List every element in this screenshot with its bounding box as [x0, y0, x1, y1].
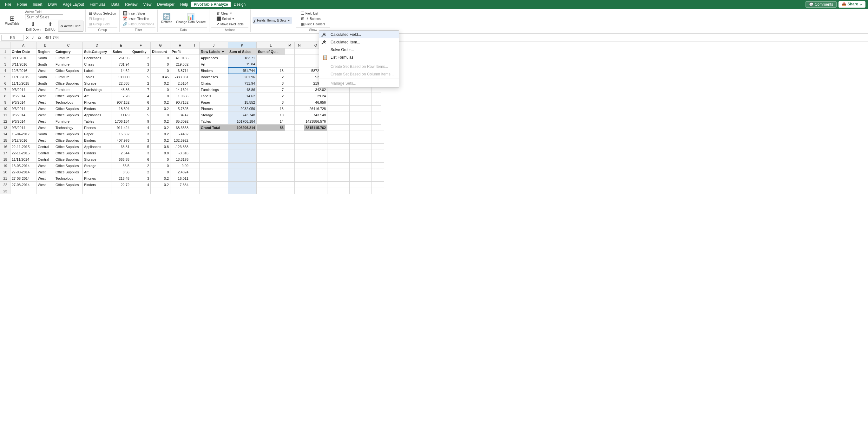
pivot-row-label[interactable]: Tables — [199, 118, 228, 125]
pivot-row-label[interactable]: Storage — [199, 112, 228, 118]
pivottable-button[interactable]: ⊞ PivotTable — [3, 14, 21, 26]
cell-f5[interactable]: 5 — [131, 74, 151, 80]
cell-h1[interactable]: Profit — [170, 48, 190, 55]
cell-g19[interactable]: 0 — [151, 163, 170, 169]
cell-f8[interactable]: 4 — [131, 93, 151, 99]
cell-i19[interactable] — [190, 163, 199, 169]
cell-n11[interactable] — [295, 112, 304, 118]
insert-timeline-button[interactable]: 📅 Insert Timeline — [122, 16, 155, 21]
cell-o9[interactable]: 46.656 — [304, 99, 328, 105]
cell-f18[interactable]: 6 — [131, 156, 151, 163]
cell-r14[interactable] — [381, 131, 384, 137]
cell-h8[interactable]: 1.9656 — [170, 93, 190, 99]
cell-i10[interactable] — [190, 105, 199, 112]
cell-r23[interactable] — [381, 188, 384, 194]
cell-extra5-16[interactable] — [304, 143, 328, 150]
cell-extra2-23[interactable] — [257, 188, 285, 194]
cell-b13[interactable]: West — [36, 125, 54, 131]
cell-m3[interactable] — [285, 61, 295, 67]
cell-q9[interactable] — [350, 99, 372, 105]
cell-f9[interactable]: 6 — [131, 99, 151, 105]
cell-q16[interactable] — [372, 143, 381, 150]
cell-i14[interactable] — [190, 131, 199, 137]
cell-d3[interactable]: Chairs — [83, 61, 111, 67]
cell-n9[interactable] — [295, 99, 304, 105]
cell-i5[interactable] — [190, 74, 199, 80]
cell-c20[interactable]: Office Supplies — [54, 169, 83, 175]
col-header-a[interactable]: A — [10, 42, 36, 48]
cell-e21[interactable]: 213.48 — [111, 175, 131, 182]
cell-g9[interactable]: 0.2 — [151, 99, 170, 105]
cell-f15[interactable]: 3 — [131, 137, 151, 143]
cell-extra3-20[interactable] — [285, 169, 295, 175]
cell-a20[interactable]: 27-08-2014 — [10, 169, 36, 175]
cell-i18[interactable] — [190, 156, 199, 163]
cell-q10[interactable] — [350, 105, 372, 112]
cell-c13[interactable]: Technology — [54, 125, 83, 131]
share-button[interactable]: 📤 Share ⌄ — [838, 1, 865, 8]
pivot-sum-qty[interactable]: 13 — [257, 105, 285, 112]
cell-extra6-20[interactable] — [328, 169, 350, 175]
cell-a21[interactable]: 27-08-2014 — [10, 175, 36, 182]
cell-extra3-18[interactable] — [285, 156, 295, 163]
sheet-container[interactable]: A B C D E F G H I J K L M N O P Q — [0, 42, 868, 194]
cell-e3[interactable]: 731.94 — [111, 61, 131, 67]
cell-extra1-23[interactable] — [228, 188, 257, 194]
cell-b20[interactable]: West — [36, 169, 54, 175]
cell-p21[interactable] — [350, 175, 372, 182]
cell-r19[interactable] — [381, 163, 384, 169]
pivot-sum-qty[interactable] — [257, 61, 285, 67]
confirm-formula-icon[interactable]: ✓ — [30, 35, 35, 40]
menu-view[interactable]: View — [141, 2, 154, 7]
cell-extra0-19[interactable] — [199, 163, 228, 169]
cell-m12[interactable] — [285, 118, 295, 125]
cell-a4[interactable]: 12/6/2016 — [10, 67, 36, 74]
pivot-row-label[interactable]: Chairs — [199, 80, 228, 87]
cell-g3[interactable]: 0 — [151, 61, 170, 67]
cell-extra1-14[interactable] — [228, 131, 257, 137]
cell-r15[interactable] — [381, 137, 384, 143]
cell-e11[interactable]: 114.9 — [111, 112, 131, 118]
cell-c21[interactable]: Technology — [54, 175, 83, 182]
cell-g16[interactable]: 0.8 — [151, 143, 170, 150]
pivot-grand-total-qty[interactable]: 83 — [257, 125, 285, 131]
cell-c3[interactable]: Furniture — [54, 61, 83, 67]
calculated-item-item[interactable]: 𝒇x Calculated Item... — [319, 38, 399, 46]
cell-d1[interactable]: Sub-Category — [83, 48, 111, 55]
pivot-row-label[interactable]: Appliances — [199, 55, 228, 61]
cell-i13[interactable] — [190, 125, 199, 131]
pivot-sum-qty[interactable]: 3 — [257, 80, 285, 87]
cell-h22[interactable]: 7.384 — [170, 182, 190, 188]
cell-d7[interactable]: Furnishings — [83, 87, 111, 93]
menu-data[interactable]: Data — [109, 2, 122, 7]
cell-f22[interactable]: 4 — [131, 182, 151, 188]
cell-extra0-21[interactable] — [199, 175, 228, 182]
cell-r13[interactable] — [372, 125, 381, 131]
cell-a9[interactable]: 9/6/2014 — [10, 99, 36, 105]
cell-h20[interactable]: 2.4824 — [170, 169, 190, 175]
cell-q8[interactable] — [350, 93, 372, 99]
pivot-sum-sales[interactable]: 451.744 — [228, 67, 257, 74]
cell-i22[interactable] — [190, 182, 199, 188]
cell-reference-box[interactable] — [1, 35, 24, 40]
cell-g23[interactable] — [151, 188, 170, 194]
cell-p15[interactable] — [350, 137, 372, 143]
cell-a7[interactable]: 9/6/2014 — [10, 87, 36, 93]
drill-down-button[interactable]: ⬇ Drill Down — [25, 21, 41, 32]
cell-b10[interactable]: West — [36, 105, 54, 112]
drill-up-button[interactable]: ⬆ Drill Up — [44, 21, 57, 32]
cell-h19[interactable]: 9.99 — [170, 163, 190, 169]
cell-extra0-16[interactable] — [199, 143, 228, 150]
cell-extra5-19[interactable] — [304, 163, 328, 169]
cell-e18[interactable]: 665.88 — [111, 156, 131, 163]
cell-q23[interactable] — [372, 188, 381, 194]
cell-extra2-20[interactable] — [257, 169, 285, 175]
cell-d11[interactable]: Appliances — [83, 112, 111, 118]
pivot-sum-sales[interactable]: 15.84 — [228, 61, 257, 67]
pivot-row-label[interactable]: Art — [199, 61, 228, 67]
menu-help[interactable]: Help — [178, 2, 191, 7]
cell-extra3-22[interactable] — [285, 182, 295, 188]
cell-r18[interactable] — [381, 156, 384, 163]
cell-e20[interactable]: 8.56 — [111, 169, 131, 175]
cell-o8[interactable]: 29.24 — [304, 93, 328, 99]
